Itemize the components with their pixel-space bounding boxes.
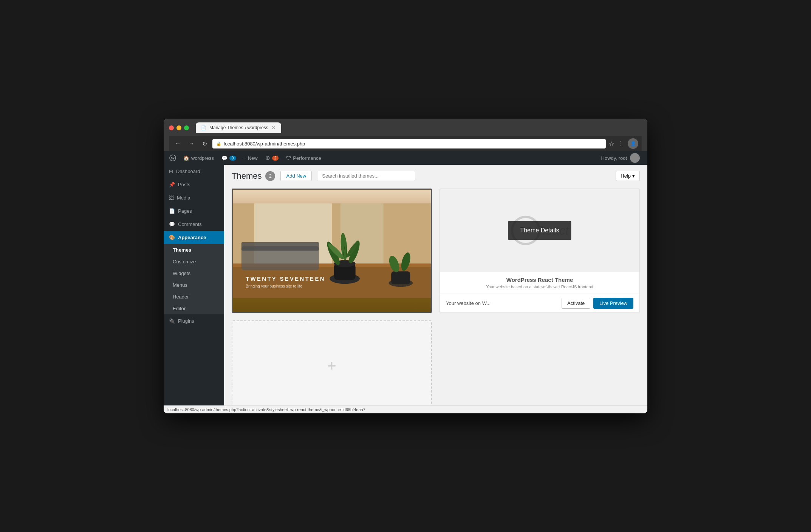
- svg-text:Bringing your business site to: Bringing your business site to life: [246, 284, 302, 288]
- theme-card-twenty-seventeen: TWENTY SEVENTEEN Bringing your business …: [232, 189, 432, 313]
- activate-button[interactable]: Activate: [562, 298, 590, 309]
- menu-icon[interactable]: ⋮: [618, 140, 624, 147]
- svg-rect-8: [241, 242, 319, 251]
- admin-bar-new[interactable]: + New: [240, 151, 262, 165]
- sidebar-item-appearance[interactable]: 🎨 Appearance: [164, 231, 224, 244]
- svg-text:TWENTY SEVENTEEN: TWENTY SEVENTEEN: [246, 276, 325, 282]
- avatar: [630, 153, 640, 163]
- browser-profile[interactable]: 👤: [628, 138, 638, 149]
- admin-bar-site[interactable]: 🏠 wordpress: [180, 151, 218, 165]
- sidebar-item-dashboard[interactable]: ⊞ Dashboard: [164, 165, 224, 178]
- sidebar-item-widgets[interactable]: Widgets: [164, 268, 224, 279]
- theme-details-overlay[interactable]: Theme Details: [508, 221, 571, 240]
- browser-window: 📄 Manage Themes ‹ wordpress ✕ ← → ↻ 🔒 lo…: [164, 119, 647, 413]
- star-icon[interactable]: ☆: [609, 140, 614, 147]
- sidebar-item-header[interactable]: Header: [164, 291, 224, 303]
- theme-count-badge: 2: [265, 171, 275, 181]
- howdy-item[interactable]: Howdy, root: [597, 151, 644, 165]
- theme-thumbnail-twenty-seventeen: TWENTY SEVENTEEN Bringing your business …: [233, 190, 431, 312]
- svg-rect-20: [391, 271, 410, 284]
- page-title: Themes: [232, 171, 262, 181]
- sidebar-item-comments[interactable]: 💬 Comments: [164, 218, 224, 231]
- back-button[interactable]: ←: [173, 139, 183, 148]
- status-url: localhost:8080/wp-admin/themes.php?actio…: [167, 407, 365, 412]
- tab-title: Manage Themes ‹ wordpress: [209, 125, 268, 130]
- admin-bar-right: Howdy, root: [597, 151, 644, 165]
- dashboard-icon: ⊞: [169, 169, 173, 174]
- appearance-submenu: Themes Customize Widgets Menus Header Ed…: [164, 244, 224, 314]
- posts-icon: 📌: [169, 182, 175, 187]
- wp-main: ⊞ Dashboard 📌 Posts 🖼 Media 📄 Pages 💬 Co…: [164, 165, 647, 405]
- live-preview-button[interactable]: Live Preview: [593, 298, 633, 309]
- wp-react-info: WordPress React Theme Your website based…: [440, 272, 639, 294]
- security-icon: 🔒: [216, 141, 221, 146]
- comments-icon: 💬: [169, 221, 175, 227]
- sidebar-item-pages[interactable]: 📄 Pages: [164, 204, 224, 218]
- appearance-arrow-icon: [221, 235, 224, 240]
- wp-react-thumbnail: W React Theme Details: [440, 189, 639, 272]
- svg-text:W: W: [171, 156, 175, 160]
- browser-title-bar: 📄 Manage Themes ‹ wordpress ✕: [169, 122, 642, 133]
- minimize-button[interactable]: [176, 125, 181, 130]
- close-button[interactable]: [169, 125, 174, 130]
- updates-icon: ⊕: [265, 155, 270, 161]
- themes-grid: TWENTY SEVENTEEN Bringing your business …: [224, 185, 647, 405]
- sidebar-item-themes[interactable]: Themes: [164, 244, 224, 256]
- maximize-button[interactable]: [184, 125, 189, 130]
- website-text: Your website on W...: [446, 300, 491, 306]
- theme-card-wp-react: W React Theme Details WordPress React Th…: [440, 189, 640, 313]
- sidebar-item-posts[interactable]: 📌 Posts: [164, 178, 224, 191]
- reload-button[interactable]: ↻: [200, 139, 209, 148]
- tab-close-icon[interactable]: ✕: [271, 125, 276, 131]
- active-theme-footer: Active: Twenty Seventeen Customize: [233, 312, 431, 313]
- wp-react-theme-desc: Your website based on a state-of-the-art…: [444, 285, 635, 289]
- theme-action-buttons: Activate Live Preview: [562, 298, 633, 309]
- appearance-icon: 🎨: [169, 235, 175, 240]
- page-title-area: Themes 2: [232, 171, 275, 181]
- sidebar-item-plugins[interactable]: 🔌 Plugins: [164, 314, 224, 328]
- add-theme-card[interactable]: +: [232, 320, 432, 405]
- wp-react-card-footer: Your website on W... Activate Live Previ…: [440, 294, 639, 312]
- pages-icon: 📄: [169, 208, 175, 214]
- wp-react-theme-name: WordPress React Theme: [444, 277, 635, 283]
- browser-toolbar: ← → ↻ 🔒 localhost:8080/wp-admin/themes.p…: [169, 136, 642, 151]
- address-bar[interactable]: 🔒 localhost:8080/wp-admin/themes.php: [212, 139, 606, 148]
- traffic-lights: [169, 125, 189, 130]
- status-bar: localhost:8080/wp-admin/themes.php?actio…: [164, 405, 647, 413]
- browser-tab[interactable]: 📄 Manage Themes ‹ wordpress ✕: [196, 122, 281, 133]
- add-theme-icon: +: [327, 357, 336, 374]
- forward-button[interactable]: →: [186, 139, 197, 148]
- toolbar-right: ☆ ⋮ 👤: [609, 138, 638, 149]
- comment-icon: 💬: [221, 155, 228, 161]
- admin-bar-updates[interactable]: ⊕ 2: [262, 151, 283, 165]
- content-header: Themes 2 Add New Help ▾: [224, 165, 647, 185]
- wp-content: Themes 2 Add New Help ▾: [224, 165, 647, 405]
- sidebar-item-menus[interactable]: Menus: [164, 279, 224, 291]
- help-button[interactable]: Help ▾: [616, 171, 640, 181]
- performance-icon: 🛡: [286, 155, 291, 161]
- tab-favicon: 📄: [201, 125, 206, 130]
- plugins-icon: 🔌: [169, 318, 175, 324]
- media-icon: 🖼: [169, 195, 174, 201]
- sidebar-item-editor[interactable]: Editor: [164, 303, 224, 314]
- wp-admin-bar: W 🏠 wordpress 💬 0 + New ⊕ 2 🛡 Performanc…: [164, 151, 647, 165]
- howdy-text: Howdy, root: [601, 153, 640, 163]
- wp-logo-icon[interactable]: W: [167, 153, 178, 163]
- sidebar-item-media[interactable]: 🖼 Media: [164, 191, 224, 204]
- admin-bar-performance[interactable]: 🛡 Performance: [282, 151, 325, 165]
- admin-bar-comments[interactable]: 💬 0: [218, 151, 240, 165]
- search-input[interactable]: [317, 171, 415, 181]
- wp-sidebar: ⊞ Dashboard 📌 Posts 🖼 Media 📄 Pages 💬 Co…: [164, 165, 224, 405]
- browser-chrome: 📄 Manage Themes ‹ wordpress ✕ ← → ↻ 🔒 lo…: [164, 119, 647, 151]
- add-new-button[interactable]: Add New: [280, 171, 312, 181]
- url-text: localhost:8080/wp-admin/themes.php: [224, 141, 305, 147]
- home-icon: 🏠: [183, 155, 189, 161]
- sidebar-item-customize[interactable]: Customize: [164, 256, 224, 268]
